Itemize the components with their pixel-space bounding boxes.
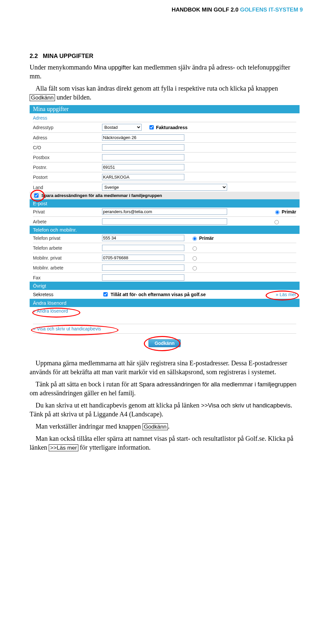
epost-head: E-post <box>30 199 300 208</box>
ui-ref-visa-hcp: >>Visa och skriv ut handicapbevis <box>201 402 291 409</box>
row-epost-arbete: Arbete <box>30 217 300 226</box>
tel-arbete-radio[interactable] <box>193 246 197 251</box>
tel-privat-input[interactable] <box>102 235 184 241</box>
epost-privat-radio[interactable] <box>275 210 279 214</box>
row-tel-privat: Telefon privat Primär <box>30 234 300 242</box>
lbl-privat: Privat <box>33 209 102 214</box>
lbl-spara-familj: Spara adressändingen för alla medlemmar … <box>41 193 162 198</box>
postnr-input[interactable] <box>102 164 184 170</box>
lbl-adress: Adress <box>33 135 102 140</box>
row-mob-privat: Mobilnr. privat <box>30 254 300 262</box>
adresstyp-select[interactable]: Bostad <box>102 124 142 131</box>
epost-privat-input[interactable] <box>102 209 227 215</box>
tel-privat-radio[interactable] <box>193 237 197 241</box>
row-adresstyp: Adresstyp Bostad Fakturaadress <box>30 123 300 132</box>
godkann-button[interactable]: Godkänn <box>148 339 181 347</box>
intro-p2: Alla fält som visas kan ändras direkt ge… <box>30 84 303 102</box>
mob-privat-input[interactable] <box>102 255 184 261</box>
co-input[interactable] <box>102 144 184 151</box>
epost-arbete-input[interactable] <box>102 218 227 225</box>
row-land: Land Sverige <box>30 183 300 192</box>
section-title: 2.2 MINA UPPGIFTER <box>30 53 303 60</box>
section-name: MINA UPPGIFTER <box>43 53 93 59</box>
lbl-tel-arbete: Telefon arbete <box>33 245 102 251</box>
header-blue: GOLFENS IT-SYSTEM <box>238 7 300 13</box>
lbl-co: C/O <box>33 145 102 150</box>
lbl-postort: Postort <box>33 175 102 180</box>
lbl-mob-privat: Mobilnr. privat <box>33 255 102 261</box>
row-postbox: Postbox <box>30 153 300 161</box>
tel-arbete-input[interactable] <box>102 245 184 251</box>
fakturaadress-checkbox[interactable] <box>149 125 154 129</box>
andra-losen-row: » Ändra lösenord <box>30 307 300 315</box>
visa-hcp-link[interactable]: » Visa och skriv ut handicapbevis <box>33 326 101 331</box>
row-postort: Postort <box>30 173 300 181</box>
row-fax: Fax <box>30 273 300 282</box>
spara-familj-checkbox[interactable] <box>34 193 39 198</box>
andra-losen-link[interactable]: » Ändra lösenord <box>33 308 68 314</box>
telefon-head: Telefon och mobilnr. <box>30 226 300 234</box>
lbl-primar-2: Primär <box>199 236 214 241</box>
row-epost-privat: Privat Primär <box>30 208 300 216</box>
ui-ref-spara-familj: Spara adressändringen för alla medlemmar… <box>139 381 296 388</box>
intro-p1: Under menykommando Mina uppgifter kan me… <box>30 63 303 81</box>
land-select[interactable]: Sverige <box>102 184 227 191</box>
after-p1: Uppmana gärna medlemmarna att här själv … <box>30 359 303 377</box>
fax-input[interactable] <box>102 274 184 281</box>
lasmer-link[interactable]: » Läs mer <box>276 292 296 297</box>
sekretess-checkbox[interactable] <box>103 292 108 296</box>
ui-ref-mina-uppgifter: Mina uppgifter <box>93 64 131 71</box>
postort-input[interactable] <box>102 174 184 180</box>
after-p4: Man verkställer ändringar med knappen Go… <box>30 422 303 431</box>
lbl-arbete: Arbete <box>33 219 102 224</box>
visa-hcp-row: » Visa och skriv ut handicapbevis <box>30 325 300 333</box>
ui-ref-lasmer: >>Läs mer <box>49 444 78 451</box>
lbl-tel-privat: Telefon privat <box>33 236 102 241</box>
header-page-num: 9 <box>300 7 303 13</box>
andra-losen-head: Ändra lösenord <box>30 299 300 307</box>
row-tel-arbete: Telefon arbete <box>30 244 300 252</box>
adress-heading: Adress <box>30 113 300 121</box>
lbl-postbox: Postbox <box>33 155 102 160</box>
ovrigt-head: Övrigt <box>30 282 300 290</box>
godkann-row: Godkänn <box>30 334 300 350</box>
row-adress: Adress <box>30 133 300 142</box>
row-postnr: Postnr. <box>30 163 300 171</box>
after-p2: Tänk på att sätta en bock i rutan för at… <box>30 380 303 398</box>
header-bold: HANDBOK MIN GOLF 2.0 <box>171 7 238 13</box>
row-mob-arbete: Mobilnr. arbete <box>30 264 300 272</box>
lbl-fax: Fax <box>33 275 102 280</box>
after-p5: Man kan också tillåta eller spärra att n… <box>30 434 303 452</box>
lbl-primar-1: Primär <box>282 209 296 214</box>
mob-privat-radio[interactable] <box>193 256 197 261</box>
row-sekretess: Sekretess Tillåt att för- och efternamn … <box>30 290 300 299</box>
lbl-tillat: Tillåt att för- och efternamn visas på g… <box>111 292 206 297</box>
form-screenshot: Mina uppgifter Adress Adresstyp Bostad F… <box>30 105 300 350</box>
ui-ref-godkann-2: Godkänn <box>143 423 168 430</box>
page-header: HANDBOK MIN GOLF 2.0 GOLFENS IT-SYSTEM 9 <box>30 7 303 13</box>
lbl-adresstyp: Adresstyp <box>33 125 102 130</box>
lbl-fakturaadress: Fakturaadress <box>156 125 188 130</box>
mob-arbete-radio[interactable] <box>193 266 197 270</box>
form-main-head: Mina uppgifter <box>30 105 300 113</box>
mob-arbete-input[interactable] <box>102 265 184 271</box>
adress-input[interactable] <box>102 134 184 141</box>
postbox-input[interactable] <box>102 154 184 160</box>
lbl-postnr: Postnr. <box>33 165 102 170</box>
epost-arbete-radio[interactable] <box>275 220 279 224</box>
lbl-sekretess: Sekretess <box>33 292 102 297</box>
section-number: 2.2 <box>30 53 38 59</box>
spara-familj-row: Spara adressändingen för alla medlemmar … <box>30 192 300 199</box>
after-p3: Du kan skriva ut ett handicapbevis genom… <box>30 401 303 419</box>
lbl-land: Land <box>33 185 102 190</box>
ui-ref-godkann: Godkänn <box>30 94 55 101</box>
lbl-mob-arbete: Mobilnr. arbete <box>33 265 102 270</box>
row-co: C/O <box>30 143 300 152</box>
